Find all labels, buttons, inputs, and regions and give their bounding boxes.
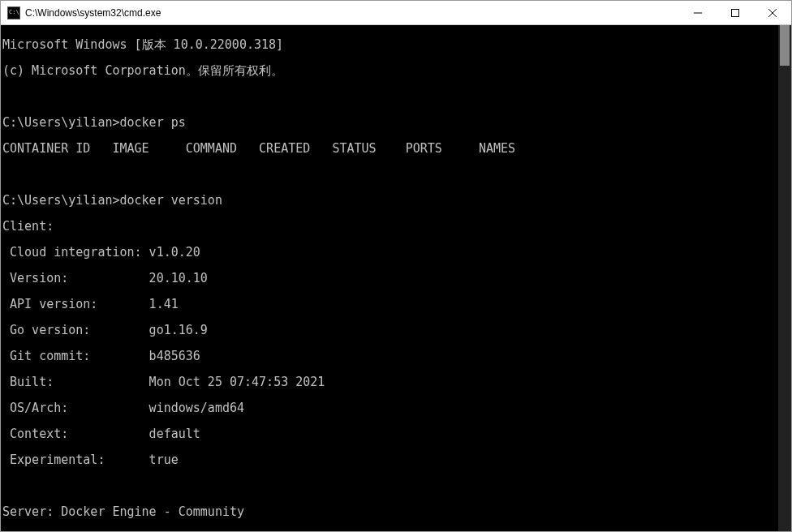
window-title: C:\Windows\system32\cmd.exe [25, 7, 161, 19]
terminal-line: C:\Users\yilian>docker version [2, 194, 791, 207]
terminal-line: Client: [2, 220, 791, 233]
terminal-line: Built: Mon Oct 25 07:47:53 2021 [2, 375, 791, 388]
terminal-line: (c) Microsoft Corporation。保留所有权利。 [2, 64, 791, 77]
cmd-icon [7, 6, 20, 19]
terminal-output[interactable]: Microsoft Windows [版本 10.0.22000.318] (c… [1, 25, 791, 531]
close-button[interactable] [754, 1, 791, 24]
terminal-line: API version: 1.41 [2, 298, 791, 311]
terminal-line: Go version: go1.16.9 [2, 324, 791, 337]
titlebar[interactable]: C:\Windows\system32\cmd.exe [1, 1, 791, 25]
terminal-line [2, 168, 791, 181]
terminal-line: CONTAINER ID IMAGE COMMAND CREATED STATU… [2, 142, 791, 155]
scrollbar-thumb[interactable] [780, 25, 790, 66]
terminal-line [2, 479, 791, 492]
window-controls [679, 1, 791, 24]
svg-rect-1 [732, 9, 739, 16]
terminal-line: Experimental: true [2, 453, 791, 466]
scrollbar-track[interactable] [778, 25, 791, 531]
terminal-line: Microsoft Windows [版本 10.0.22000.318] [2, 38, 791, 51]
minimize-button[interactable] [679, 1, 717, 24]
terminal-line [2, 90, 791, 103]
terminal-line: Git commit: b485636 [2, 350, 791, 363]
terminal-line: Cloud integration: v1.0.20 [2, 246, 791, 259]
maximize-button[interactable] [717, 1, 754, 24]
terminal-line: OS/Arch: windows/amd64 [2, 401, 791, 414]
terminal-line: Version: 20.10.10 [2, 272, 791, 285]
terminal-line: Context: default [2, 427, 791, 440]
terminal-line: C:\Users\yilian>docker ps [2, 116, 791, 129]
terminal-line: Server: Docker Engine - Community [2, 505, 791, 518]
